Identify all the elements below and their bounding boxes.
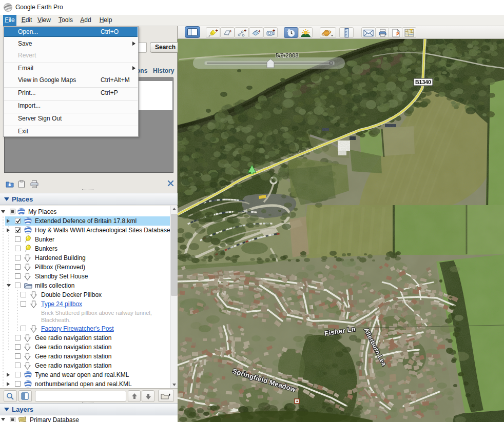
svg-text:+: + — [273, 29, 275, 33]
svg-text:+: + — [244, 29, 246, 33]
svg-text:B1340: B1340 — [415, 79, 431, 85]
svg-text:+: + — [216, 29, 218, 33]
svg-text:+: + — [229, 29, 232, 34]
svg-text:+: + — [258, 29, 261, 34]
svg-text:5/9/2008: 5/9/2008 — [276, 52, 299, 58]
